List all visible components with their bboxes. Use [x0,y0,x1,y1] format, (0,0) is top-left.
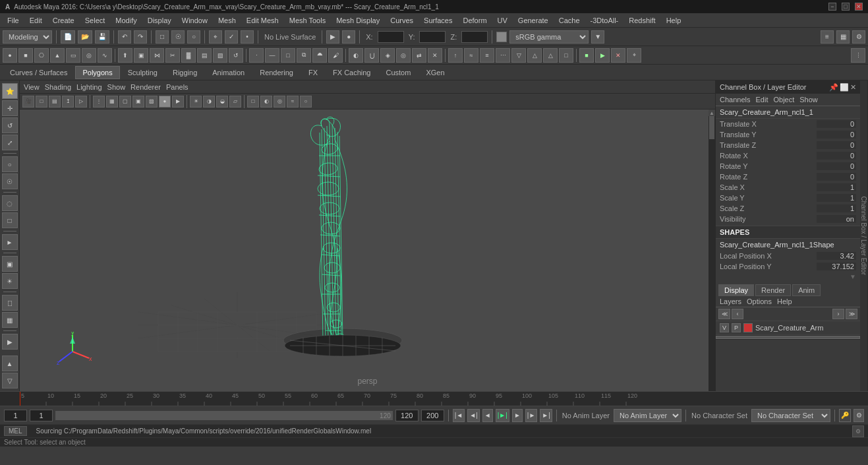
cube-icon[interactable]: ■ [18,48,33,63]
cylinder-icon[interactable]: ⎔ [34,48,49,63]
vp-menu-view[interactable]: View [24,83,40,91]
menu-file[interactable]: File [3,15,24,26]
rotate-x-value[interactable] [817,152,856,160]
settings-button[interactable]: ⚙ [852,30,865,44]
step-fwd-button[interactable]: |► [525,409,538,422]
x-field[interactable] [378,31,404,43]
panel-close-button[interactable]: ✕ [850,83,856,92]
boolean-icon[interactable]: ⋃ [364,48,379,63]
face-icon[interactable]: □ [281,48,295,63]
vscroll-thumb[interactable] [709,113,714,139]
vp-camera-icon[interactable]: 🎥 [22,96,34,108]
tab-fx-caching[interactable]: FX Caching [326,66,378,79]
menu-curves[interactable]: Curves [386,15,418,26]
local-pos-y-value[interactable] [817,263,856,270]
vp-cam4-icon[interactable]: ↥ [62,96,74,108]
vp-ao-icon[interactable]: ◒ [216,96,228,108]
vp-menu-panels[interactable]: Panels [166,83,188,91]
frame-range-bar[interactable]: 120 [55,411,393,420]
menu-redshift[interactable]: Redshift [624,15,660,26]
select-tool-button[interactable]: ⭐ [2,83,18,99]
extrude-icon[interactable]: ⬆ [118,48,132,63]
object-menu[interactable]: Object [773,96,794,104]
vp-shade-icon[interactable]: ▣ [132,96,144,108]
scale-x-value[interactable] [817,183,856,191]
menu-cache[interactable]: Cache [554,15,585,26]
menu-display[interactable]: Display [143,15,176,26]
menu-mesh[interactable]: Mesh [214,15,241,26]
light-button[interactable]: ☀ [2,273,18,289]
cone-icon[interactable]: ▲ [50,48,65,63]
soften-icon[interactable]: ≈ [464,48,478,63]
menu-3dtoall[interactable]: -3DtoAll- [586,15,623,26]
smooth-icon[interactable]: △ [527,48,542,63]
tab-curves-surfaces[interactable]: Curves / Surfaces [3,66,74,79]
frame-all-button[interactable]: ⎕ [2,295,18,311]
edge-icon[interactable]: — [265,48,279,63]
transform-tool-button[interactable]: ✛ [2,100,18,116]
step-back-button[interactable]: ◄| [467,409,480,422]
max-frame-input[interactable] [421,410,444,421]
vp-cam2-icon[interactable]: □ [36,96,47,108]
vp-snap-icon[interactable]: ▦ [106,96,118,108]
vp-mb-icon[interactable]: ≈ [287,96,299,108]
tab-sculpting[interactable]: Sculpting [121,66,165,79]
scale-z-value[interactable] [817,204,856,212]
normals-icon[interactable]: ↑ [448,48,463,63]
lasso-button[interactable]: ☉ [171,30,185,44]
camera-button[interactable]: ▣ [2,256,18,272]
save-file-button[interactable]: 💾 [95,30,109,44]
color-swatch[interactable] [496,32,507,42]
vp-render-icon[interactable]: ▶ [172,96,184,108]
show-menu[interactable]: Show [799,96,818,104]
sculpt-icon[interactable]: ⯊ [312,48,327,63]
transfer-icon[interactable]: ⇄ [412,48,426,63]
harden-icon[interactable]: ≡ [480,48,494,63]
close-button[interactable]: ✕ [855,3,863,11]
apply-color-icon[interactable]: ▶ [595,48,610,63]
scale-tool-button[interactable]: ⤢ [2,135,18,150]
color-expand[interactable]: ▼ [591,30,604,44]
menu-edit-mesh[interactable]: Edit Mesh [242,15,283,26]
auto-key-button[interactable]: 🔑 [839,409,851,422]
vp-menu-show[interactable]: Show [107,83,126,91]
window-controls[interactable]: − □ ✕ [828,3,863,11]
menu-modify[interactable]: Modify [111,15,141,26]
menu-mesh-tools[interactable]: Mesh Tools [285,15,330,26]
layer-visibility[interactable]: V [720,323,729,332]
bottom-tool-button[interactable]: ▲ [2,356,18,371]
select-button[interactable]: □ [156,30,169,44]
menu-help[interactable]: Help [662,15,686,26]
play-fwd-button[interactable]: ► [512,409,523,422]
del-color-icon[interactable]: ✕ [611,48,625,63]
split-icon[interactable]: ✂ [165,48,180,63]
edit-menu[interactable]: Edit [755,96,768,104]
menu-edit[interactable]: Edit [25,15,47,26]
current-frame-input[interactable] [4,410,27,421]
tab-anim[interactable]: Anim [792,284,821,296]
bevel-icon[interactable]: ▣ [134,48,148,63]
menu-window[interactable]: Window [177,15,212,26]
vp-menu-renderer[interactable]: Renderer [130,83,161,91]
timeline[interactable]: 5 10 15 20 25 30 35 40 45 50 55 60 65 [0,391,868,406]
grid-icon[interactable]: ⋮ [851,48,865,63]
end-frame-input[interactable] [395,410,419,421]
frame-sel-button[interactable]: ▦ [2,312,18,328]
tab-fx[interactable]: FX [301,66,325,79]
layer-playback[interactable]: P [732,323,741,332]
tab-rigging[interactable]: Rigging [165,66,204,79]
merge-icon[interactable]: ⋈ [150,48,164,63]
uvmap-icon[interactable]: ⧉ [297,48,311,63]
layout-button[interactable]: ▦ [836,30,850,44]
vp-tex-icon[interactable]: ▧ [146,96,158,108]
menu-mesh-display[interactable]: Mesh Display [332,15,384,26]
show-manip-button[interactable]: ☉ [2,173,18,189]
vp-cam5-icon[interactable]: ▷ [75,96,87,108]
color-vtx-icon[interactable]: ■ [579,48,594,63]
soft-mod-button[interactable]: ○ [2,156,18,172]
undo-button[interactable]: ↶ [118,30,131,44]
paint-button[interactable]: ○ [187,30,200,44]
panel-pin-button[interactable]: 📌 [829,83,838,92]
crease-icon[interactable]: ⋯ [496,48,510,63]
tab-xgen[interactable]: XGen [419,66,451,79]
